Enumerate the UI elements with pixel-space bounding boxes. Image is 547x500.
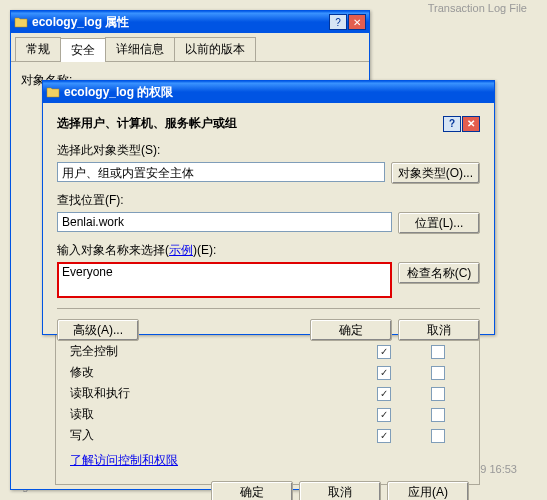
- deny-checkbox[interactable]: [431, 387, 445, 401]
- properties-titlebar[interactable]: ecology_log 属性 ? ✕: [11, 11, 369, 33]
- divider: [57, 308, 480, 309]
- perm-label: 读取: [70, 406, 357, 423]
- close-button[interactable]: ✕: [348, 14, 366, 30]
- object-name-entry-label: 输入对象名称来选择(示例)(E):: [57, 242, 480, 259]
- object-type-button[interactable]: 对象类型(O)...: [391, 162, 480, 184]
- perm-label: 写入: [70, 427, 357, 444]
- folder-icon: [46, 85, 60, 99]
- perm-label: 修改: [70, 364, 357, 381]
- permissions-titlebar[interactable]: ecology_log 的权限: [43, 81, 494, 103]
- folder-icon: [14, 15, 28, 29]
- location-label: 查找位置(F):: [57, 192, 480, 209]
- perms-ok-button[interactable]: 确定: [211, 481, 293, 500]
- check-names-button[interactable]: 检查名称(C): [398, 262, 480, 284]
- tab-general[interactable]: 常规: [15, 37, 61, 61]
- bg-text-top: Transaction Log File: [428, 2, 527, 14]
- cancel-button[interactable]: 取消: [398, 319, 480, 341]
- location-field: Benlai.work: [57, 212, 392, 232]
- allow-checkbox[interactable]: [377, 408, 391, 422]
- location-button[interactable]: 位置(L)...: [398, 212, 480, 234]
- deny-checkbox[interactable]: [431, 408, 445, 422]
- perm-row: 修改: [70, 362, 465, 383]
- allow-checkbox[interactable]: [377, 429, 391, 443]
- tab-previous[interactable]: 以前的版本: [174, 37, 256, 61]
- allow-checkbox[interactable]: [377, 387, 391, 401]
- perms-apply-button[interactable]: 应用(A): [387, 481, 469, 500]
- object-type-field: 用户、组或内置安全主体: [57, 162, 385, 182]
- object-type-label: 选择此对象类型(S):: [57, 142, 480, 159]
- advanced-button[interactable]: 高级(A)...: [57, 319, 139, 341]
- permissions-title: ecology_log 的权限: [64, 84, 491, 101]
- dialog-help-button[interactable]: ?: [443, 116, 461, 132]
- ok-button[interactable]: 确定: [310, 319, 392, 341]
- properties-title: ecology_log 属性: [32, 14, 328, 31]
- perm-label: 读取和执行: [70, 385, 357, 402]
- dialog-close-button[interactable]: ✕: [462, 116, 480, 132]
- perms-cancel-button[interactable]: 取消: [299, 481, 381, 500]
- permissions-dialog: ecology_log 的权限 选择用户、计算机、服务帐户或组 ? ✕ 选择此对…: [42, 80, 495, 335]
- help-button[interactable]: ?: [329, 14, 347, 30]
- perm-row: 读取: [70, 404, 465, 425]
- tab-strip: 常规 安全 详细信息 以前的版本: [11, 33, 369, 62]
- learn-more-link[interactable]: 了解访问控制和权限: [70, 453, 178, 467]
- allow-checkbox[interactable]: [377, 366, 391, 380]
- perm-row: 写入: [70, 425, 465, 446]
- tab-details[interactable]: 详细信息: [105, 37, 175, 61]
- permissions-checklist-area: 完全控制 修改 读取和执行 读取 写入 了解访问控制和权限 确定: [55, 335, 480, 485]
- dialog-heading: 选择用户、计算机、服务帐户或组: [57, 115, 442, 132]
- deny-checkbox[interactable]: [431, 366, 445, 380]
- perm-row: 读取和执行: [70, 383, 465, 404]
- tab-security[interactable]: 安全: [60, 38, 106, 62]
- deny-checkbox[interactable]: [431, 429, 445, 443]
- object-name-input[interactable]: Everyone: [57, 262, 392, 298]
- example-link[interactable]: 示例: [169, 243, 193, 257]
